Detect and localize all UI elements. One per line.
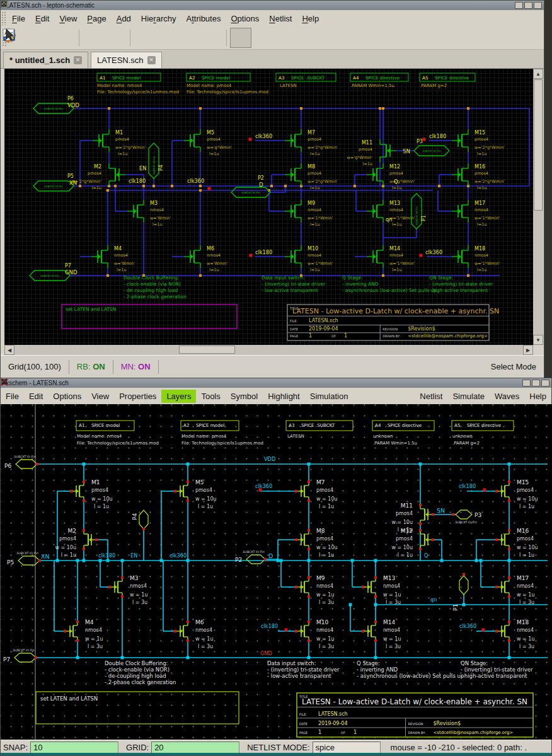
titleblock-page[interactable]: 1 xyxy=(318,730,321,735)
note-line[interactable]: - (inverting) tri-state driver xyxy=(461,666,533,673)
device-type[interactable]: nmos4 xyxy=(389,253,403,258)
titleblock-page-label[interactable]: PAGE xyxy=(299,731,308,735)
menu-attributes[interactable]: Attributes xyxy=(181,12,226,25)
port-P7[interactable]: SUBCKT IO PinP7GND xyxy=(30,263,78,281)
device-width[interactable]: w = 1u xyxy=(517,592,535,598)
port-pin-type[interactable]: .SUBCKT IO Pin xyxy=(16,552,38,555)
device-length[interactable]: l=1u xyxy=(362,161,372,166)
tab-close-icon[interactable]: ✕ xyxy=(74,56,82,64)
annotation-A4[interactable]: A4SPICE directive.PARAM Wmin=1.5u xyxy=(350,73,408,88)
port-P1[interactable]: SUBCKT IO PinP1 xyxy=(411,194,427,229)
net-label-qn[interactable]: qn xyxy=(386,216,392,223)
titleblock-title[interactable]: LATESN - Low-active D-Latch w/ clock-ena… xyxy=(292,307,499,315)
menu-simulate[interactable]: Simulate xyxy=(447,390,490,403)
annotation-title[interactable]: SPICE .SUBCKT xyxy=(291,75,325,81)
device-type[interactable]: nmos4 xyxy=(517,627,534,633)
device-length[interactable]: l = 3u xyxy=(319,600,334,605)
device-type[interactable]: nmos4 xyxy=(383,583,400,589)
note-line[interactable]: - inverting AND xyxy=(342,281,379,287)
transistor-M14[interactable]: M14nmos4w='1*Wmin'l=1u xyxy=(367,245,415,272)
note-line[interactable]: QN Stage: xyxy=(461,660,488,666)
port-net-label[interactable]: XN xyxy=(69,180,77,186)
port-name[interactable]: P2 xyxy=(258,175,264,181)
device-width[interactable]: w='1*Wmin' xyxy=(474,216,500,221)
transistor-M11[interactable]: M11pmos4w='g*Wmin'l=1u xyxy=(347,139,396,166)
port-pin-type[interactable]: SUBCKT IO Pin xyxy=(415,206,418,225)
device-width[interactable]: w='g*Wmin' xyxy=(347,155,373,160)
device-length[interactable]: l = 1u xyxy=(398,552,413,558)
device-width[interactable]: w='2*g*Wmin' xyxy=(474,179,505,184)
device-name[interactable]: M10 xyxy=(308,246,318,252)
net-label-clk360[interactable]: clk360 xyxy=(255,133,272,139)
device-type[interactable]: nmos4 xyxy=(316,583,333,589)
device-name[interactable]: M3 xyxy=(130,575,139,581)
unconnected-marker[interactable] xyxy=(208,187,211,190)
device-name[interactable]: M5 xyxy=(195,479,204,486)
device-length[interactable]: l=1u xyxy=(477,185,487,190)
device-type[interactable]: pmos4 xyxy=(396,536,413,542)
device-length[interactable]: l = 1u xyxy=(61,552,76,558)
titleblock-revision-label[interactable]: REVISION: xyxy=(408,722,425,726)
device-name[interactable]: M2 xyxy=(94,164,101,170)
device-name[interactable]: M6 xyxy=(195,619,204,625)
titleblock-drawnby-label[interactable]: DRAWN BY: xyxy=(408,731,426,735)
device-name[interactable]: M10 xyxy=(316,619,328,625)
device-name[interactable]: M3 xyxy=(150,201,158,206)
device-width[interactable]: w = 1u xyxy=(85,636,103,642)
menu-options[interactable]: Options xyxy=(226,12,264,25)
transistor-M10[interactable]: M10nmos4w='1*Wmin'l=1u xyxy=(285,245,333,272)
title-block[interactable]: TITLELATESN - Low-active D-Latch w/ cloc… xyxy=(287,305,499,340)
transistor-M1[interactable]: M1pmos4w='2*g*Wmin'l=1u xyxy=(93,129,146,156)
port-net-label[interactable]: XN xyxy=(41,553,50,560)
device-name[interactable]: M4 xyxy=(114,246,122,252)
annotation-line[interactable]: File: Technology/spice/ls1unmos.mod xyxy=(77,441,159,446)
device-width[interactable]: w='2*g*Wmin' xyxy=(308,145,338,150)
transistor-M15[interactable]: M15pmos4w='2*g*Wmin'l=1u xyxy=(452,129,505,156)
device-width[interactable]: w='Wmin' xyxy=(114,261,135,266)
port-name[interactable]: P7 xyxy=(65,263,71,269)
device-length[interactable]: l=1u xyxy=(477,222,487,227)
device-type[interactable]: pmos4 xyxy=(389,171,403,176)
note-line[interactable]: Double Clock Buffering: xyxy=(124,275,180,281)
net-label-clk180[interactable]: clk180 xyxy=(98,552,115,559)
device-type[interactable]: pmos4 xyxy=(396,511,413,516)
device-type[interactable]: pmos4 xyxy=(359,147,372,152)
tab-untitled_1.sch[interactable]: * untitled_1.sch✕ xyxy=(3,52,88,68)
titleblock-date[interactable]: 2019-09-04 xyxy=(309,326,338,332)
net-label-Q[interactable]: Q xyxy=(394,178,398,185)
note-line[interactable]: - asynchronous (low-active) Set pulls up xyxy=(342,288,437,293)
annotation-A5[interactable]: A5SPICE directive.PARAM g=2 xyxy=(420,73,475,88)
menu-simulation[interactable]: Simulation xyxy=(305,390,354,403)
device-type[interactable]: pmos4 xyxy=(316,487,333,493)
minimize-button[interactable] xyxy=(515,2,523,9)
unconnected-marker[interactable] xyxy=(482,629,485,632)
device-name[interactable]: M8 xyxy=(308,164,315,170)
port-name[interactable]: P1 xyxy=(421,215,427,221)
port-net-label[interactable]: D xyxy=(268,552,273,559)
maximize-button[interactable] xyxy=(532,380,540,387)
unconnected-marker[interactable] xyxy=(483,489,486,492)
device-type[interactable]: pmos4 xyxy=(59,536,76,542)
scroll-right-button[interactable]: ▶ xyxy=(523,345,533,355)
port-pin-type[interactable]: SUBCKT IO Pin xyxy=(422,149,441,153)
device-type[interactable]: pmos4 xyxy=(91,487,108,493)
annotation-id[interactable]: A2 xyxy=(189,75,195,81)
device-length[interactable]: l=1u xyxy=(477,267,487,272)
transistor-M6[interactable]: M6nmos4w='Wmin'l=1u xyxy=(184,245,227,272)
port-name[interactable]: P5 xyxy=(7,559,14,566)
net-label-clk360[interactable]: clk360 xyxy=(459,623,476,629)
annotation-A3[interactable]: A3SPICE .SUBCKTLATESN xyxy=(276,73,336,88)
note-text[interactable]: Data input switch:- (inverting) tri-stat… xyxy=(262,275,326,293)
port-pin-type[interactable]: SUBCKT IO Pin xyxy=(40,274,59,277)
device-name[interactable]: M11 xyxy=(362,140,372,146)
titleblock-date-label[interactable]: DATE xyxy=(299,722,308,726)
titleblock-drawnby[interactable]: <stdcelllib@nospam.chipforge.org> xyxy=(408,334,488,339)
device-length[interactable]: l=1u xyxy=(310,267,320,272)
device-type[interactable]: nmos4 xyxy=(517,583,534,589)
device-type[interactable]: pmos4 xyxy=(316,536,333,542)
device-length[interactable]: l = 1u xyxy=(319,552,334,558)
annotation-title[interactable]: SPICE model xyxy=(202,75,230,81)
note-line[interactable]: - 2-phase clock generation xyxy=(105,679,176,685)
text-tool-button[interactable]: Abc xyxy=(202,28,223,48)
port-P5[interactable]: SUBCKT IO PinP5XN xyxy=(33,173,77,191)
